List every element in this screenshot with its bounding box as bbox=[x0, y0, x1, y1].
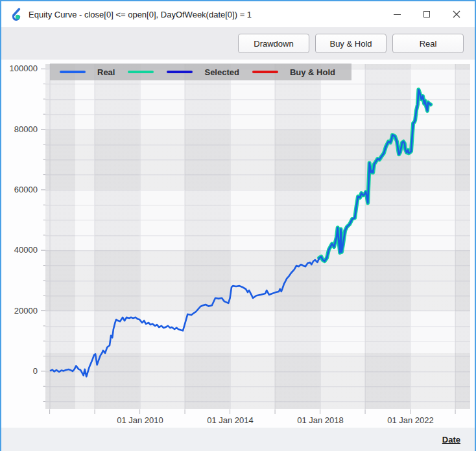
maximize-icon bbox=[423, 11, 430, 17]
y-axis-tick-label: 0 bbox=[3, 366, 38, 376]
title-bar: Equity Curve - close[0] <= open[0], DayO… bbox=[1, 1, 475, 27]
legend-swatch bbox=[60, 71, 86, 73]
equity-curve-chart: RealSelectedBuy & Hold 10000080000600004… bbox=[1, 60, 475, 428]
legend-swatch bbox=[252, 71, 278, 73]
legend-swatch bbox=[167, 71, 193, 73]
status-bar: Date bbox=[1, 428, 475, 451]
x-axis-tick-label: 01 Jan 2018 bbox=[285, 415, 356, 426]
legend-item-selected[interactable]: Selected bbox=[167, 67, 239, 77]
minimize-button[interactable] bbox=[382, 1, 412, 27]
legend-label: Real bbox=[97, 67, 115, 77]
x-axis-tick-label: 01 Jan 2014 bbox=[195, 415, 266, 426]
y-axis-tick-label: 60000 bbox=[3, 185, 38, 195]
chart-legend: RealSelectedBuy & Hold bbox=[50, 64, 351, 80]
legend-label: Selected bbox=[204, 67, 239, 77]
buy-and-hold-button[interactable]: Buy & Hold bbox=[315, 34, 387, 53]
toolbar: Drawdown Buy & Hold Real bbox=[1, 27, 475, 60]
drawdown-button[interactable]: Drawdown bbox=[238, 34, 309, 53]
legend-label: Buy & Hold bbox=[290, 67, 335, 77]
window-controls bbox=[382, 1, 471, 27]
legend-item[interactable] bbox=[128, 71, 154, 73]
real-button[interactable]: Real bbox=[392, 34, 464, 53]
chart-canvas bbox=[40, 64, 475, 415]
close-button[interactable] bbox=[442, 1, 471, 27]
minimize-icon bbox=[394, 14, 401, 15]
maximize-button[interactable] bbox=[412, 1, 442, 27]
legend-item-buy-hold[interactable]: Buy & Hold bbox=[252, 67, 335, 77]
y-axis-tick-label: 80000 bbox=[3, 124, 38, 135]
y-axis-tick-label: 40000 bbox=[3, 245, 38, 255]
x-axis-title[interactable]: Date bbox=[442, 435, 460, 445]
close-icon bbox=[453, 10, 460, 18]
legend-item-real[interactable]: Real bbox=[60, 67, 115, 77]
x-axis-tick-label: 01 Jan 2022 bbox=[375, 415, 446, 426]
y-axis-tick-label: 20000 bbox=[3, 306, 38, 316]
y-axis-tick-label: 100000 bbox=[3, 64, 38, 74]
app-icon bbox=[9, 7, 23, 21]
equity-curve-line bbox=[51, 89, 431, 376]
x-axis-tick-label: 01 Jan 2010 bbox=[104, 415, 176, 426]
legend-swatch bbox=[128, 71, 154, 73]
window-title: Equity Curve - close[0] <= open[0], DayO… bbox=[29, 10, 252, 19]
app-window: Equity Curve - close[0] <= open[0], DayO… bbox=[0, 0, 476, 451]
